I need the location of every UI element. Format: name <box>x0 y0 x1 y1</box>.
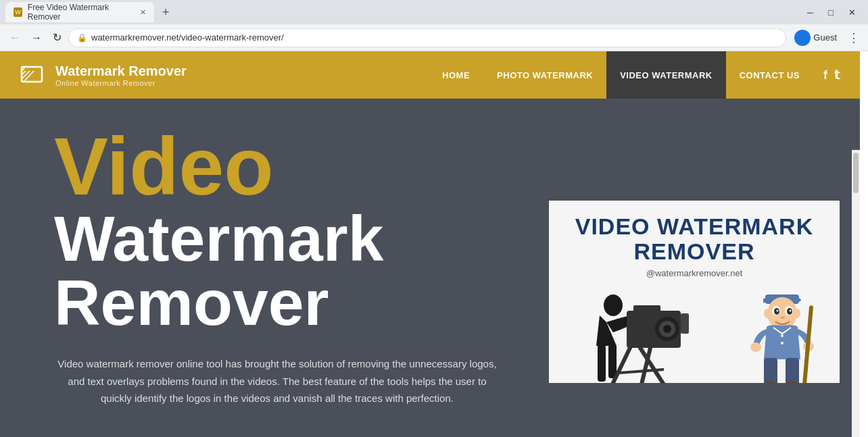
profile-name: Guest <box>813 32 837 43</box>
svg-point-5 <box>604 294 623 316</box>
browser-titlebar: W Free Video Watermark Remover ✕ + ─ □ ✕ <box>0 0 868 24</box>
hero-image-content <box>562 285 826 382</box>
svg-point-31 <box>781 334 783 337</box>
nav-link-video[interactable]: VIDEO WATERMARK <box>606 51 726 99</box>
tab-close-button[interactable]: ✕ <box>140 8 146 17</box>
svg-point-29 <box>764 309 771 318</box>
browser-menu-button[interactable]: ⋮ <box>845 28 863 48</box>
nav-social: f 𝕥 <box>823 68 840 82</box>
url-text: watermarkremover.net/video-watermark-rem… <box>91 32 284 43</box>
hero-title-video: Video <box>54 126 502 207</box>
svg-rect-36 <box>786 358 799 382</box>
svg-point-27 <box>790 310 792 312</box>
reload-button[interactable]: ↻ <box>49 28 66 47</box>
svg-point-33 <box>750 342 761 352</box>
hero-left: Video Watermark Remover Video watermark … <box>0 99 529 437</box>
close-button[interactable]: ✕ <box>842 5 863 20</box>
hero-image-subtitle: @watermarkremover.net <box>646 268 743 278</box>
nav-link-contact[interactable]: CONTACT US <box>726 51 813 99</box>
address-bar[interactable]: 🔒 watermarkremover.net/video-watermark-r… <box>68 28 786 47</box>
browser-toolbar: ← → ↻ 🔒 watermarkremover.net/video-water… <box>0 24 868 51</box>
logo-text: Watermark Remover Online Watermark Remov… <box>55 63 187 87</box>
hero-description: Video watermark remover online tool has … <box>54 355 500 407</box>
window-controls: ─ □ ✕ <box>800 5 863 20</box>
nav-link-home[interactable]: HOME <box>429 51 483 99</box>
svg-line-3 <box>22 71 30 79</box>
nav-links: HOME PHOTO WATERMARK VIDEO WATERMARK CON… <box>429 51 813 99</box>
logo-subtitle: Online Watermark Remover <box>55 79 187 87</box>
logo-title: Watermark Remover <box>55 63 187 79</box>
svg-rect-35 <box>764 358 777 382</box>
profile-icon: 👤 <box>794 30 811 46</box>
hero-image-title: VIDEO WATERMARK REMOVER <box>575 214 813 265</box>
cartoon-svg <box>738 285 826 382</box>
hero-image-title-line1: VIDEO WATERMARK <box>575 213 813 239</box>
svg-point-30 <box>794 309 800 318</box>
logo-icon <box>20 61 47 88</box>
profile-area: 👤 Guest <box>789 27 842 49</box>
back-button[interactable]: ← <box>5 29 24 47</box>
minimize-button[interactable]: ─ <box>800 5 820 20</box>
hero-title-watermark: Watermark <box>54 207 502 271</box>
svg-rect-0 <box>22 67 42 82</box>
browser-tab[interactable]: W Free Video Watermark Remover ✕ <box>5 2 154 22</box>
cameraman-svg <box>562 285 698 382</box>
tab-title: Free Video Watermark Remover <box>28 3 135 22</box>
site-logo[interactable]: Watermark Remover Online Watermark Remov… <box>20 61 187 88</box>
lock-icon: 🔒 <box>77 33 87 43</box>
facebook-icon[interactable]: f <box>823 68 827 82</box>
svg-rect-7 <box>608 344 617 378</box>
browser-chrome: W Free Video Watermark Remover ✕ + ─ □ ✕… <box>0 0 868 51</box>
twitter-icon[interactable]: 𝕥 <box>834 68 840 82</box>
page-wrapper: W Free Video Watermark Remover ✕ + ─ □ ✕… <box>0 0 868 437</box>
cartoon-character <box>738 285 826 382</box>
scrollbar-thumb <box>853 153 859 193</box>
svg-rect-12 <box>633 305 660 312</box>
site-nav: Watermark Remover Online Watermark Remov… <box>0 51 860 99</box>
cameraman-silhouette <box>562 285 698 382</box>
svg-rect-6 <box>598 344 606 382</box>
svg-rect-20 <box>763 299 768 303</box>
hero-section: Video Watermark Remover Video watermark … <box>0 99 860 437</box>
maximize-button[interactable]: □ <box>821 5 840 20</box>
svg-rect-13 <box>681 313 689 334</box>
hero-right: VIDEO WATERMARK REMOVER @watermarkremove… <box>529 99 860 437</box>
new-tab-button[interactable]: + <box>157 5 175 20</box>
hero-title-remover: Remover <box>54 271 502 335</box>
svg-point-26 <box>777 310 779 312</box>
svg-point-11 <box>663 325 671 333</box>
hero-image-title-line2: REMOVER <box>634 238 755 264</box>
svg-point-28 <box>781 316 785 319</box>
scrollbar[interactable] <box>852 150 860 437</box>
hero-image-box: VIDEO WATERMARK REMOVER @watermarkremove… <box>549 201 840 383</box>
svg-point-32 <box>781 342 783 344</box>
forward-button[interactable]: → <box>27 29 46 47</box>
tab-favicon: W <box>14 7 22 17</box>
website: Watermark Remover Online Watermark Remov… <box>0 51 860 437</box>
nav-link-photo[interactable]: PHOTO WATERMARK <box>483 51 606 99</box>
